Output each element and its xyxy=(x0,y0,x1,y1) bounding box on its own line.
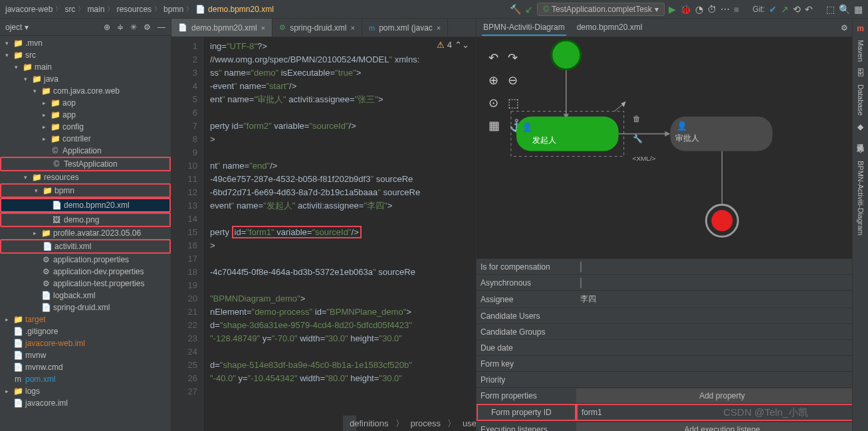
checkbox[interactable] xyxy=(580,278,582,288)
start-event-node[interactable] xyxy=(552,41,581,70)
tree-row[interactable]: ▸📁logs xyxy=(0,385,171,397)
profile-button[interactable]: ⏱ xyxy=(707,4,716,15)
tree-row[interactable]: 📄mvnw.cmd xyxy=(0,361,171,373)
breadcrumb-item[interactable]: bpmn xyxy=(163,5,183,14)
property-value[interactable]: form1 xyxy=(576,404,868,421)
tree-row[interactable]: 📄demo.bpmn20.xml xyxy=(0,198,171,213)
layout-icon[interactable]: ⬚ xyxy=(826,4,835,15)
property-label: Due date xyxy=(477,341,576,355)
tree-row[interactable]: ▾📁resources xyxy=(0,171,171,183)
tree-row[interactable]: 🖼demo.png xyxy=(0,213,171,227)
run-config-selector[interactable]: © TestApplication.completTesk ▾ xyxy=(537,3,665,16)
bpmn-tool[interactable]: BPMN-Activiti-Diagram xyxy=(857,161,865,235)
coverage-button[interactable]: ◔ xyxy=(695,4,703,15)
gear-icon[interactable]: ⚙ xyxy=(144,23,151,32)
xml-label[interactable]: <XML/> xyxy=(633,155,656,162)
gear-icon[interactable]: ⚙ xyxy=(841,23,848,33)
tree-row[interactable]: 📄javacore.iml xyxy=(0,397,171,409)
stop-button[interactable]: ■ xyxy=(734,4,739,15)
tab-bpmn-diagram[interactable]: BPMN-Activiti-Diagram xyxy=(482,20,566,36)
tree-row[interactable]: 📄.gitignore xyxy=(0,325,171,337)
target-icon[interactable]: ⊕ xyxy=(104,23,110,32)
breadcrumb-item[interactable]: src xyxy=(64,5,75,14)
checkbox[interactable] xyxy=(580,262,582,272)
property-value[interactable]: 李四 xyxy=(576,291,868,307)
settings-icon[interactable]: ▦ xyxy=(854,4,863,15)
hide-icon[interactable]: — xyxy=(158,23,165,32)
tab-source[interactable]: demo.bpmn20.xml xyxy=(576,20,644,36)
editor-tab[interactable]: ⚙spring-druid.xml× xyxy=(272,19,362,37)
property-value[interactable] xyxy=(576,377,868,383)
wrench-icon[interactable]: 🔧 xyxy=(633,133,643,143)
property-value[interactable] xyxy=(576,329,868,335)
close-icon[interactable]: × xyxy=(351,24,355,32)
tree-row[interactable]: ▸📁config xyxy=(0,121,171,133)
code-editor[interactable]: 1234567891011121314151617181920212223242… xyxy=(171,37,476,431)
chevron-down-icon[interactable]: ▾ xyxy=(25,23,29,32)
end-event-node[interactable] xyxy=(711,210,732,231)
git-pull-icon[interactable]: ✔ xyxy=(769,4,777,15)
tree-row[interactable]: ©Application xyxy=(0,145,171,157)
property-value[interactable] xyxy=(576,313,868,319)
tree-row[interactable]: mpom.xml xyxy=(0,373,171,385)
editor-tab[interactable]: mpom.xml (javac× xyxy=(362,19,448,37)
tree-row[interactable]: 📄activiti.xml xyxy=(0,239,171,254)
search-icon[interactable]: 🔍 xyxy=(839,4,850,15)
add-button[interactable]: Add execution listene xyxy=(576,422,868,432)
breadcrumb-item[interactable]: main xyxy=(87,5,104,14)
editor-breadcrumb-bar[interactable]: definitions〉 process〉 userTask〉 extensio… xyxy=(343,415,356,431)
chevron-icon[interactable]: ≑ xyxy=(117,23,124,32)
database-tool[interactable]: Database xyxy=(857,84,865,116)
back-arrow-icon[interactable]: ↙ xyxy=(525,4,533,15)
tree-row[interactable]: ▾📁src xyxy=(0,49,171,61)
hammer-icon[interactable]: 🔨 xyxy=(510,4,521,15)
attach-button[interactable]: ⋯ xyxy=(720,4,730,15)
property-value[interactable] xyxy=(576,361,868,367)
debug-button[interactable]: 🐞 xyxy=(680,4,691,15)
inspection-badge[interactable]: ⚠ 4 ⌃⌄ xyxy=(437,40,469,50)
tree-row[interactable]: ▾📁com.java.core.web xyxy=(0,85,171,97)
code-content[interactable]: ing="UTF-8"?>//www.omg.org/spec/BPMN/201… xyxy=(203,37,476,431)
tree-row[interactable]: 📄javacore-web.iml xyxy=(0,337,171,349)
git-push-icon[interactable]: ↗ xyxy=(781,4,789,15)
bpmn-icon[interactable]: ◇ xyxy=(857,145,863,154)
delete-icon[interactable]: 🗑 xyxy=(633,114,641,124)
tree-row[interactable]: ▸📁target xyxy=(0,313,171,325)
editor-tab[interactable]: 📄demo.bpmn20.xml× xyxy=(171,19,272,37)
tree-row[interactable]: ⚙application-test.properties xyxy=(0,278,171,290)
tree-row[interactable]: ⚙application.properties xyxy=(0,254,171,266)
property-label: Candidate Users xyxy=(477,309,576,323)
tree-row[interactable]: 📄logback.xml xyxy=(0,290,171,302)
add-button[interactable]: Add property xyxy=(576,388,868,403)
history-icon[interactable]: ⟲ xyxy=(793,4,801,15)
chevron-up-down-icon[interactable]: ⌃⌄ xyxy=(455,40,469,50)
collapse-icon[interactable]: ✳ xyxy=(130,23,137,32)
maven-icon[interactable]: m xyxy=(857,24,864,33)
tree-row[interactable]: ▾📁java xyxy=(0,73,171,85)
maven-tool[interactable]: Maven xyxy=(857,40,865,62)
breadcrumb[interactable]: javacore-web 〉 src 〉 main 〉 resources 〉 … xyxy=(5,5,274,14)
tree-row[interactable]: ©TestApplication xyxy=(0,157,171,171)
close-icon[interactable]: × xyxy=(261,24,265,32)
project-tree[interactable]: ▾📁.mvn▾📁src▾📁main▾📁java▾📁com.java.core.w… xyxy=(0,36,171,431)
revert-icon[interactable]: ↶ xyxy=(805,4,813,15)
tree-row[interactable]: ▾📁main xyxy=(0,61,171,73)
ai-icon[interactable]: ◆ xyxy=(857,122,863,131)
breadcrumb-item[interactable]: resources xyxy=(116,5,152,14)
tree-row[interactable]: ▾📁bpmn xyxy=(0,183,171,198)
run-button[interactable]: ▶ xyxy=(669,4,676,15)
tree-row[interactable]: ▸📁profile.avatar.2023.05.06 xyxy=(0,227,171,239)
tree-row[interactable]: ▾📁.mvn xyxy=(0,37,171,49)
property-value[interactable] xyxy=(576,345,868,351)
tree-row[interactable]: 📄spring-druid.xml xyxy=(0,302,171,313)
breadcrumb-item[interactable]: javacore-web xyxy=(5,5,53,14)
tree-row[interactable]: ▸📁aop xyxy=(0,97,171,109)
tree-row[interactable]: ⚙application-dev.properties xyxy=(0,266,171,278)
close-icon[interactable]: × xyxy=(437,24,441,32)
database-icon[interactable]: 🗄 xyxy=(857,68,865,78)
tree-row[interactable]: ▸📁app xyxy=(0,109,171,121)
breadcrumb-item-active[interactable]: 📄 demo.bpmn20.xml xyxy=(195,5,274,14)
tree-row[interactable]: ▸📁contrller xyxy=(0,133,171,145)
tree-row[interactable]: 📄mvnw xyxy=(0,349,171,361)
bpmn-diagram-canvas[interactable]: ↶↷ ⊕⊖ ⊙⬚ ▦⚓ 发起人 👤 🗑 xyxy=(477,37,868,258)
